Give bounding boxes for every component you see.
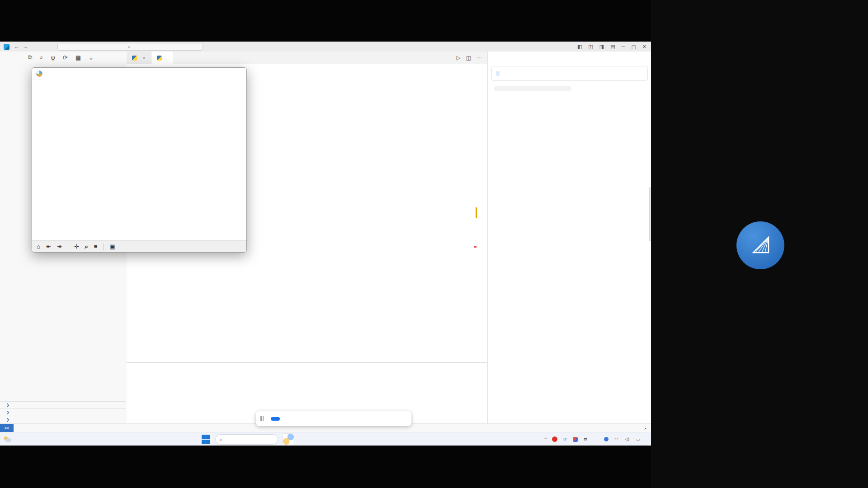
python-file-icon [132, 56, 137, 61]
maximize-button[interactable]: ▢ [631, 44, 636, 50]
vscode-logo-icon [4, 44, 9, 50]
panel-tabs [127, 363, 487, 374]
nav-back-icon[interactable]: ← [14, 43, 19, 50]
chat-response [488, 84, 651, 91]
window-controls: ◧ ◫ ◨ ▤ ─ ▢ ✕ [577, 44, 651, 50]
chat-tabbar [488, 52, 651, 63]
stop-sharing-button[interactable] [271, 417, 280, 421]
new-file-icon[interactable]: ⧉ [28, 54, 32, 61]
python-file-icon [157, 56, 162, 61]
weather-icon [3, 436, 12, 443]
vscode-titlebar: ← → ⌕ ◧ ◫ ◨ ▤ ─ ▢ ✕ [0, 42, 651, 52]
forward-icon[interactable]: ↠ [57, 243, 62, 250]
chat-scrollbar[interactable] [649, 187, 651, 241]
minimize-button[interactable]: ─ [622, 44, 625, 49]
editor-actions: ▷ ◫ ⋯ [456, 52, 487, 64]
bottom-letterbox [0, 446, 651, 488]
avatar [736, 221, 784, 269]
top-letterbox [0, 0, 651, 42]
search-icon: ⌕ [220, 436, 222, 442]
wifi-icon[interactable]: ◠ [613, 436, 619, 442]
system-tray: ⌃ ⟳ ⬒ ◠ ◁) ▭ [544, 436, 651, 442]
layout-sidebar-icon[interactable]: ◧ [577, 44, 582, 50]
back-icon[interactable]: ↞ [46, 243, 51, 250]
tab-close-icon[interactable]: × [142, 55, 146, 61]
extensions-icon[interactable]: ▦ [75, 54, 81, 61]
screen-frame: ← → ⌕ ◧ ◫ ◨ ▤ ─ ▢ ✕ ⧉ ⌕ ψ ⟳ ▦ [0, 0, 868, 488]
ai-chat-panel: ∞ ⌃ ⌃ ▣ ↑ [487, 52, 651, 465]
minimap-error-mark [474, 246, 476, 248]
scrolled-content-remnant [494, 86, 571, 91]
sidebar-sections: ❯ ❯ ❯ [0, 401, 126, 423]
subplots-config-icon[interactable]: ≡ [94, 243, 98, 250]
matplotlib-icon [36, 70, 42, 77]
tab-code10-110[interactable]: × [127, 52, 151, 64]
run-button[interactable]: ▷ [456, 55, 460, 61]
windows-taskbar: ⌕ ⌃ ⟳ ⬒ ◠ ◁) ▭ [0, 432, 651, 446]
home-icon[interactable]: ⌂ [37, 243, 40, 250]
search-icon: ⌕ [128, 44, 131, 50]
remote-indicator[interactable]: >< [0, 424, 14, 432]
nav-forward-icon[interactable]: → [23, 43, 28, 50]
weather-widget[interactable] [0, 436, 52, 443]
code-mention-token [496, 71, 500, 76]
ime-indicator[interactable] [593, 436, 599, 442]
microphone-tray-icon[interactable]: ⬒ [582, 436, 589, 442]
bluetooth-tray-icon[interactable] [604, 437, 609, 441]
chat-user-message [491, 66, 648, 81]
start-button[interactable] [202, 435, 211, 444]
split-editor-icon[interactable]: ◫ [466, 55, 471, 61]
widgets-icon[interactable] [283, 433, 294, 445]
more-actions-icon[interactable]: ⋯ [476, 55, 482, 61]
sidebar-section-outline[interactable]: ❯ [0, 408, 126, 416]
search-icon[interactable]: ⌕ [40, 54, 43, 61]
shared-screen: ← → ⌕ ◧ ◫ ◨ ▤ ─ ▢ ✕ ⧉ ⌕ ψ ⟳ ▦ [0, 42, 651, 446]
pyramid-logo-icon [747, 232, 774, 259]
tray-chevron-icon[interactable]: ⌃ [544, 437, 547, 442]
customize-layout-icon[interactable]: ▤ [610, 44, 615, 50]
meet-sharing-bar [256, 411, 411, 426]
recording-tray-icon[interactable] [552, 436, 557, 442]
collapse-icon[interactable]: ⌄ [89, 54, 94, 61]
save-icon[interactable]: ▣ [109, 243, 115, 250]
matplotlib-figure-window[interactable]: ⌂ ↞ ↠ ✛ ⌕ ≡ ▣ [32, 67, 247, 253]
command-center-search[interactable]: ⌕ [57, 43, 203, 51]
zoom-icon[interactable]: ⌕ [85, 243, 88, 250]
refresh-icon[interactable]: ⟳ [63, 54, 68, 61]
figure-titlebar[interactable] [32, 68, 246, 80]
tab-code10-120[interactable] [151, 52, 173, 64]
minimap-warning-mark [476, 207, 477, 218]
volume-icon[interactable]: ◁) [624, 436, 630, 442]
taskbar-search[interactable]: ⌕ [215, 434, 278, 445]
pan-icon[interactable]: ✛ [74, 243, 79, 250]
layout-panel-icon[interactable]: ◫ [588, 44, 593, 50]
layout-secondary-icon[interactable]: ◨ [599, 44, 604, 50]
notifications-bell-icon[interactable]: ◔ [641, 426, 651, 431]
figure-toolbar: ⌂ ↞ ↠ ✛ ⌕ ≡ ▣ [32, 240, 247, 252]
editor-tabbar: × ▷ ◫ ⋯ [127, 52, 487, 65]
close-button[interactable]: ✕ [642, 44, 646, 50]
sync-tray-icon[interactable]: ⟳ [562, 436, 568, 442]
battery-icon[interactable]: ▭ [635, 436, 641, 442]
pause-bars-icon [260, 416, 264, 421]
app-tray-icon[interactable] [573, 437, 578, 442]
figure-canvas [32, 80, 246, 240]
sidebar-section-notepads[interactable]: ❯ [0, 401, 126, 408]
sidebar-section-timeline[interactable]: ❯ [0, 416, 126, 423]
sidebar-toolbar: ⧉ ⌕ ψ ⟳ ▦ ⌄ [0, 52, 127, 63]
minimap[interactable] [474, 72, 481, 298]
source-control-icon[interactable]: ψ [51, 54, 55, 61]
